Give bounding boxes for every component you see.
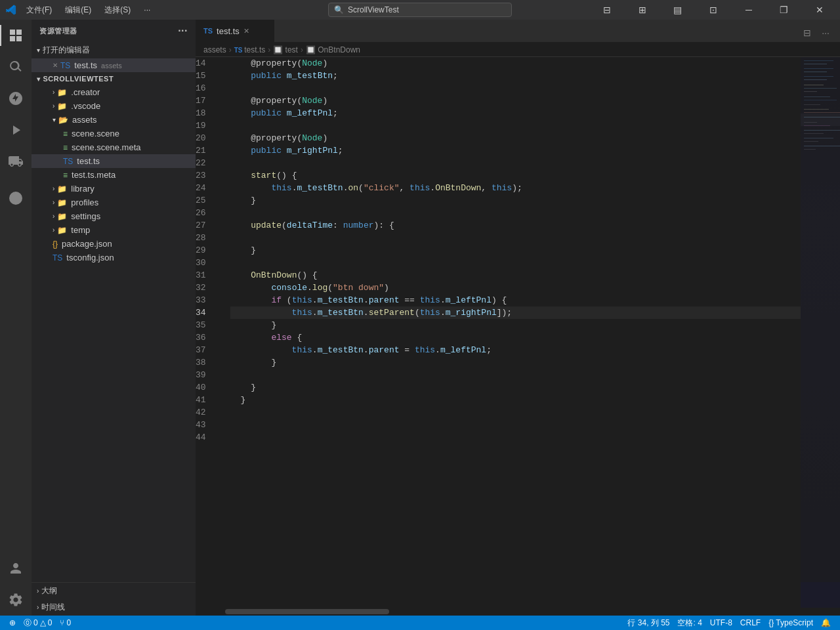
- file-test-ts[interactable]: TS test.ts: [32, 154, 196, 168]
- folder-settings[interactable]: › 📁 settings: [32, 209, 196, 223]
- folder-chevron-icon: ›: [52, 185, 54, 192]
- breadcrumb-method[interactable]: 🔲 OnBtnDown: [306, 45, 360, 54]
- activity-extensions[interactable]: [0, 146, 32, 177]
- code-line-35: }: [230, 319, 801, 331]
- remote-icon: ⊕: [9, 618, 16, 627]
- status-remote[interactable]: ⊕: [5, 618, 20, 627]
- status-errors-text: 0: [33, 618, 38, 627]
- svg-rect-24: [804, 149, 816, 150]
- svg-rect-14: [804, 112, 840, 113]
- breadcrumb-file[interactable]: TS test.ts: [234, 45, 266, 54]
- titlebar-left: 文件(F) 编辑(E) 选择(S) ···: [5, 3, 282, 17]
- status-lang-text: {} TypeScript: [768, 618, 813, 627]
- minimap: [801, 57, 840, 608]
- sidebar: 资源管理器 ··· ▾ 打开的编辑器 ✕ TS test.ts assets ▾…: [32, 20, 196, 616]
- folder-library[interactable]: › 📁 library: [32, 182, 196, 196]
- folder-assets[interactable]: ▾ 📂 assets: [32, 113, 196, 127]
- status-notifications[interactable]: 🔔: [817, 618, 835, 627]
- panel-layout-icon[interactable]: ▤: [663, 0, 693, 20]
- status-warnings-text: 0: [48, 618, 52, 627]
- code-line-33: if (this.m_testBtn.parent == this.m_left…: [230, 294, 801, 306]
- scene-meta-icon: ≡: [63, 143, 68, 152]
- code-content[interactable]: @property(Node) public m_testBtn; @prope…: [225, 57, 801, 608]
- file-test-ts-meta[interactable]: ≡ test.ts.meta: [32, 168, 196, 182]
- file-scene-name: scene.scene: [72, 129, 119, 138]
- split-editor-icon[interactable]: ⊞: [627, 0, 658, 20]
- split-editor-button[interactable]: ⊟: [798, 24, 816, 42]
- search-icon: 🔍: [334, 5, 344, 14]
- status-eol[interactable]: CRLF: [736, 618, 765, 627]
- code-line-23: start() {: [230, 169, 801, 182]
- layout-icon[interactable]: ⊟: [592, 0, 622, 20]
- meta-icon: ≡: [63, 171, 68, 180]
- line-number-26: 26: [196, 207, 220, 219]
- file-tsconfig-json[interactable]: TS tsconfig.json: [32, 251, 196, 264]
- svg-rect-9: [804, 91, 817, 92]
- lightbulb-icon[interactable]: 💡: [225, 306, 227, 319]
- status-language[interactable]: {} TypeScript: [765, 618, 817, 627]
- file-package-json[interactable]: {} package.json: [32, 237, 196, 251]
- folder-vscode[interactable]: › 📁 .vscode: [32, 99, 196, 113]
- line-number-23: 23: [196, 169, 220, 182]
- tab-filename: test.ts: [217, 26, 240, 36]
- line-number-21: 21: [196, 144, 220, 157]
- tab-close-icon[interactable]: ✕: [243, 27, 249, 35]
- folder-profiles[interactable]: › 📁 profiles: [32, 196, 196, 209]
- title-search-bar[interactable]: 🔍 ScrollViewTest: [328, 3, 512, 17]
- code-line-25: }: [230, 194, 801, 207]
- folder-assets-name: assets: [72, 115, 97, 125]
- status-position[interactable]: 行 34, 列 55: [623, 618, 673, 629]
- more-actions-button[interactable]: ···: [816, 24, 835, 42]
- code-line-31: OnBtnDown() {: [230, 269, 801, 282]
- folder-creator-name: .creator: [71, 87, 100, 97]
- file-test-ts-meta-name: test.ts.meta: [72, 170, 116, 180]
- outline-section[interactable]: › 大纲: [32, 583, 196, 599]
- menu-file[interactable]: 文件(F): [22, 3, 56, 17]
- restore-button[interactable]: ❐: [769, 0, 799, 20]
- activity-remote[interactable]: [0, 182, 32, 214]
- code-line-24: this.m_testBtn.on("click", this.OnBtnDow…: [230, 182, 801, 194]
- breadcrumb-assets[interactable]: assets: [203, 45, 226, 54]
- tab-test-ts[interactable]: TS test.ts ✕: [196, 20, 274, 42]
- timeline-section[interactable]: › 时间线: [32, 599, 196, 616]
- open-file-test-ts[interactable]: ✕ TS test.ts assets: [32, 58, 196, 72]
- horizontal-scrollbar[interactable]: [196, 608, 840, 616]
- line-number-16: 16: [196, 82, 220, 94]
- status-errors[interactable]: ⓪ 0 △ 0: [20, 618, 56, 629]
- activity-debug[interactable]: [0, 114, 32, 146]
- folder-temp[interactable]: › 📁 temp: [32, 223, 196, 237]
- open-editors-section[interactable]: ▾ 打开的编辑器: [32, 42, 196, 58]
- menu-more[interactable]: ···: [140, 4, 154, 16]
- status-git[interactable]: ⑂ 0: [56, 618, 75, 627]
- activity-search[interactable]: [0, 51, 32, 83]
- project-root-section[interactable]: ▾ SCROLLVIEWTEST: [32, 72, 196, 85]
- file-scene[interactable]: ≡ scene.scene: [32, 127, 196, 140]
- status-eol-text: CRLF: [740, 618, 761, 627]
- tab-actions: ⊟ ···: [798, 24, 840, 42]
- activity-git[interactable]: [0, 83, 32, 114]
- warning-icon: △: [40, 618, 46, 627]
- activity-bar: [0, 20, 32, 616]
- menu-edit[interactable]: 编辑(E): [61, 3, 95, 17]
- customize-layout-icon[interactable]: ⊡: [698, 0, 728, 20]
- status-encoding[interactable]: UTF-8: [706, 618, 736, 627]
- minimize-button[interactable]: ─: [734, 0, 764, 20]
- breadcrumb-class[interactable]: 🔲 test: [273, 45, 298, 54]
- menu-select[interactable]: 选择(S): [100, 3, 135, 17]
- line-number-35: 35: [196, 319, 220, 331]
- scrollbar-thumb[interactable]: [225, 609, 389, 614]
- activity-settings[interactable]: [0, 584, 32, 616]
- sidebar-more-icon[interactable]: ···: [178, 25, 188, 37]
- close-editor-icon[interactable]: ✕: [52, 62, 58, 69]
- file-scene-meta[interactable]: ≡ scene.scene.meta: [32, 140, 196, 154]
- line-number-20: 20: [196, 132, 220, 144]
- chevron-icon: ▾: [37, 47, 40, 54]
- activity-explorer[interactable]: [0, 20, 32, 51]
- code-line-14: @property(Node): [230, 57, 801, 70]
- activity-user[interactable]: [0, 553, 32, 584]
- svg-rect-5: [804, 76, 833, 77]
- status-indent[interactable]: 空格: 4: [673, 618, 705, 629]
- svg-rect-20: [804, 133, 824, 134]
- folder-creator[interactable]: › 📁 .creator: [32, 85, 196, 99]
- close-button[interactable]: ✕: [805, 0, 835, 20]
